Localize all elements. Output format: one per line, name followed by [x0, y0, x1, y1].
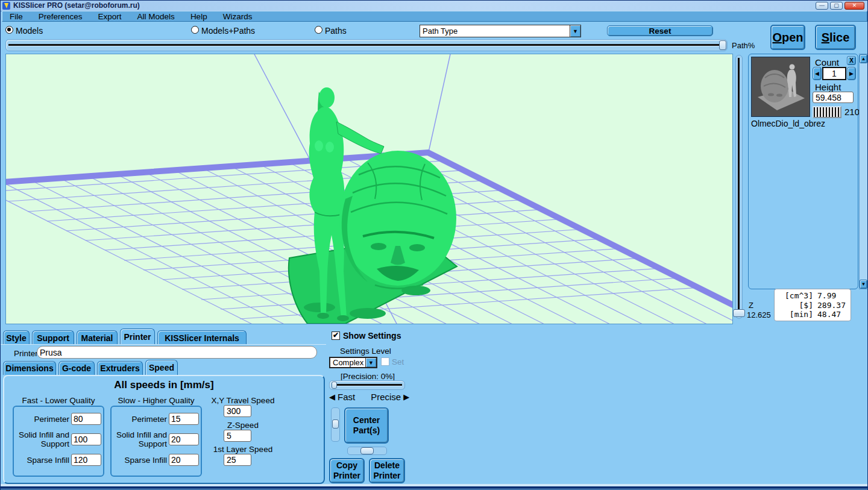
delete-printer-button[interactable]: Delete Printer — [369, 458, 405, 483]
app-logo-icon — [2, 2, 10, 10]
show-settings-checkbox[interactable]: ✔ — [332, 331, 340, 340]
perimeter-label: Perimeter — [114, 415, 167, 424]
3d-viewport[interactable] — [5, 54, 733, 324]
z-slider-thumb[interactable] — [733, 309, 745, 317]
speed-panel-title: All speeds in [mm/s] — [4, 379, 324, 391]
path-type-dropdown[interactable]: Path Type ▼ — [420, 25, 581, 37]
xy-travel-speed-field[interactable] — [224, 405, 251, 417]
maximize-icon[interactable]: ▢ — [830, 2, 843, 10]
menu-all-models[interactable]: All Models — [134, 12, 183, 21]
subtab-gcode[interactable]: G-code — [58, 361, 95, 375]
tab-support[interactable]: Support — [32, 330, 74, 345]
chevron-down-icon[interactable]: ▼ — [365, 358, 376, 367]
set-checkbox[interactable] — [381, 357, 389, 366]
scroll-up-icon[interactable]: ▲ — [860, 54, 867, 63]
count-decrement-icon[interactable]: ◀ — [813, 67, 822, 80]
subtab-extruders[interactable]: Extruders — [97, 361, 143, 375]
fast-arrow-icon: ◀ — [329, 392, 335, 401]
perimeter-label: Perimeter — [16, 415, 69, 424]
close-icon[interactable]: X — [847, 56, 856, 65]
path-percent-slider-thumb[interactable] — [719, 40, 726, 50]
copy-printer-button[interactable]: Copy Printer — [329, 458, 365, 483]
tabs-divider — [1, 344, 326, 345]
solid-infill-label: Solid Infill and Support — [114, 430, 167, 448]
precision-slider[interactable] — [329, 380, 405, 390]
temperature-barcode-icon[interactable] — [813, 106, 841, 118]
first-layer-speed-label: 1st Layer Speed — [201, 445, 285, 454]
z-speed-label: Z-Speed — [201, 421, 285, 430]
radio-models-paths[interactable] — [191, 26, 199, 34]
open-button[interactable]: Open — [770, 25, 805, 50]
temperature-value: 210 — [844, 107, 860, 117]
first-layer-speed-field[interactable] — [224, 454, 251, 466]
fast-precise-scale: ◀ Fast Precise ▶ — [329, 392, 406, 402]
nudge-vertical-thumb[interactable] — [332, 419, 339, 429]
count-increment-icon[interactable]: ▶ — [847, 67, 856, 80]
minimize-icon[interactable]: — — [816, 2, 828, 10]
radio-paths[interactable] — [315, 26, 322, 34]
nudge-horizontal-thumb[interactable] — [360, 447, 374, 454]
tab-style[interactable]: Style — [3, 330, 30, 345]
precision-label: [Precision: 0%] — [341, 372, 395, 381]
menu-preferences[interactable]: Preferences — [35, 12, 91, 21]
z-slider[interactable] — [735, 55, 743, 319]
count-label: Count — [815, 57, 839, 68]
settings-level-dropdown[interactable]: Complex ▼ — [329, 357, 377, 368]
path-percent-slider[interactable] — [5, 39, 728, 51]
menu-wizards[interactable]: Wizards — [219, 12, 261, 21]
slow-group-title: Slow - Higher Quality — [110, 396, 202, 405]
model-info-panel: X Count ◀ 1 ▶ Height 210 OlmecDio_ld_obr… — [748, 54, 858, 289]
reset-button[interactable]: Reset — [607, 25, 713, 36]
path-percent-label: Path% — [732, 41, 755, 50]
scroll-down-icon[interactable]: ▼ — [860, 280, 867, 289]
slow-perimeter-field[interactable] — [169, 413, 199, 425]
model-list-scrollbar[interactable]: ▲ ▼ — [859, 54, 868, 289]
tab-material[interactable]: Material — [77, 330, 118, 345]
stat-time: [min] 48.47 — [778, 310, 847, 319]
title-bar: KISSlicer PRO (setar@roboforum.ru) — ▢ ✕ — [1, 1, 868, 11]
height-field[interactable] — [813, 92, 854, 103]
fast-group-title: Fast - Lower Quality — [13, 396, 104, 405]
slice-button[interactable]: Slice — [815, 25, 856, 50]
stat-volume: [cm^3] 7.99 — [778, 291, 847, 301]
sparse-infill-label: Sparse Infill — [16, 456, 69, 465]
radio-models[interactable] — [5, 26, 13, 34]
slow-sparse-infill-field[interactable] — [169, 454, 199, 466]
window-title: KISSlicer PRO (setar@roboforum.ru) — [13, 1, 140, 10]
tab-printer[interactable]: Printer — [120, 328, 155, 345]
center-parts-button[interactable]: Center Part(s) — [344, 407, 389, 444]
radio-models-label: Models — [16, 26, 43, 36]
model-thumbnail[interactable] — [751, 57, 810, 117]
printer-name-label: Printer — [14, 349, 38, 358]
speed-settings-panel: All speeds in [mm/s] Fast - Lower Qualit… — [3, 375, 325, 484]
z-value: 12.625 — [747, 310, 771, 319]
3d-scene — [6, 54, 732, 324]
menu-bar: File Preferences Export All Models Help … — [2, 11, 867, 22]
precision-slider-thumb[interactable] — [332, 382, 337, 389]
printer-name-field[interactable] — [37, 346, 317, 359]
slow-solid-infill-field[interactable] — [169, 433, 199, 445]
z-speed-field[interactable] — [224, 430, 251, 442]
xy-travel-speed-label: X,Y Travel Speed — [201, 396, 285, 405]
fast-solid-infill-field[interactable] — [71, 433, 101, 445]
radio-paths-label: Paths — [325, 26, 347, 36]
fast-perimeter-field[interactable] — [71, 413, 101, 425]
subtab-speed[interactable]: Speed — [145, 360, 178, 375]
close-icon[interactable]: ✕ — [844, 2, 864, 10]
count-field[interactable]: 1 — [822, 67, 846, 80]
menu-export[interactable]: Export — [95, 12, 130, 21]
fast-group-box: Perimeter Solid Infill and Support Spars… — [13, 406, 104, 477]
fast-sparse-infill-field[interactable] — [71, 454, 101, 466]
precise-label: Precise — [371, 392, 401, 402]
subtab-dimensions[interactable]: Dimensions — [3, 361, 56, 375]
sparse-infill-label: Sparse Infill — [114, 456, 167, 465]
tab-kisslicer-internals[interactable]: KISSlicer Internals — [157, 330, 247, 345]
model-name: OlmecDio_ld_obrez — [751, 119, 825, 128]
chevron-down-icon[interactable]: ▼ — [570, 25, 580, 37]
print-stats: [cm^3] 7.99 [$] 289.37 [min] 48.47 — [774, 289, 851, 321]
slow-group-box: Perimeter Solid Infill and Support Spars… — [110, 406, 202, 477]
menu-help[interactable]: Help — [187, 12, 216, 21]
menu-file[interactable]: File — [6, 12, 31, 21]
radio-models-paths-label: Models+Paths — [201, 26, 255, 36]
set-label: Set — [392, 357, 404, 366]
